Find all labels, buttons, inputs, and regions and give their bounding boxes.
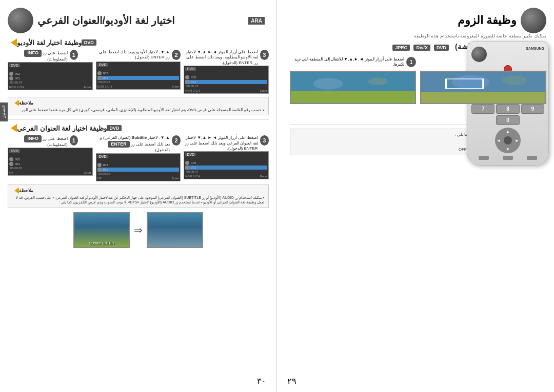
- jpeg-badge: JPEG: [392, 45, 410, 51]
- audio-note-text: • حسب رقم القائمة المسجلة على قرص DVD، ي…: [12, 108, 264, 112]
- subtitle-note: ملاحظة • يمكنك استخدام زر AUDIO (الأوديو…: [8, 184, 269, 209]
- speaker-icon-left: [8, 8, 33, 33]
- subtitle-screen-1: DVD 002 001 00:00:07 Off Enter: [8, 148, 93, 176]
- subtitle-note-label: ملاحظة: [19, 188, 33, 193]
- subtitle-step3-num: 3: [260, 135, 269, 146]
- zoom-step1-text: اضغط على أزرار الموئر ◄,►,▲,▼ للانتقال إ…: [290, 57, 404, 68]
- audio-section-title: وظيفة اختيار لغة الأوديو: [17, 39, 82, 47]
- subtitle-step-3: 3 اضغط على أزرار الموئر ◄,►,▲,▼ لاختيار …: [184, 135, 269, 179]
- subtitle-arrow-icon: ⇒: [134, 212, 143, 248]
- remote-speaker-icon: [471, 47, 487, 62]
- remote-misc-btn-3[interactable]: [527, 156, 537, 160]
- audio-screen-1: DVD 002 001 00:00:07 KOR 2 CH Enter: [8, 62, 93, 90]
- remote-nav-right[interactable]: ►: [515, 138, 519, 143]
- audio-section-header: DVD وظيفة اختيار لغة الأوديو: [8, 38, 269, 47]
- remote-nav-center[interactable]: [504, 136, 512, 145]
- subtitle-section-arrow: [11, 124, 17, 132]
- subtitle-preview-screens: Subtitle ENTER ⇒: [8, 212, 269, 248]
- audio-step-3: 3 اضغط على أزرار الموئر ◄,►,▲,▼ لاختيار …: [184, 50, 269, 94]
- zoom-photo-1: [290, 71, 416, 104]
- zoom-step1-num: 1: [406, 57, 416, 67]
- subtitle-note-text: • يمكنك استخدام زر AUDIO (الأوديو) أو زر…: [12, 195, 264, 205]
- audio-step2-num: 2: [172, 50, 181, 60]
- svg-point-2: [313, 78, 343, 90]
- audio-screen-2: DVD 002 001 00:00:07 KOR 2 CH Enter: [96, 61, 181, 90]
- remote-btn-8[interactable]: 8: [496, 104, 519, 114]
- audio-step3-text: اضغط على أزرار الموئر ◄,►,▲,▼ لاختيار لغ…: [184, 50, 258, 66]
- audio-step-2: 2 ▲,▼, لاختيار الأوديو ويعد ذلك اضغط على…: [96, 50, 181, 90]
- remote-misc-buttons: [471, 156, 544, 160]
- audio-step2-text: ▲,▼, لاختيار الأوديو ويعد ذلك اضغط على ز…: [96, 50, 170, 60]
- subtitle-note-icon: [14, 188, 19, 194]
- subtitle-section-title: وظيفة اختيار لغة العنوان الفرعي: [17, 125, 107, 132]
- subtitle-step1-num: 1: [70, 135, 78, 146]
- subtitle-screen-2: DVD 002 001 00:00:07 Off Enter: [96, 153, 181, 181]
- subtitle-step1-text: اضغط على زر INFO(المعلومات).: [23, 135, 68, 148]
- left-page: ARA اختيار لغة الأوديو/العنوان الفرعي ال…: [0, 0, 277, 392]
- left-page-number: ٣٠: [257, 376, 266, 386]
- svg-point-3: [368, 77, 388, 85]
- remote-btn-0[interactable]: 0: [496, 115, 519, 125]
- audio-step1-text: اضغط على زر INFO(المعلومات).: [23, 50, 68, 62]
- audio-steps-row: 3 اضغط على أزرار الموئر ◄,►,▲,▼ لاختيار …: [8, 50, 269, 94]
- audio-screen-3: DVD 002 001 00:00:07 KOR 2 CH Enter: [184, 66, 269, 94]
- subtitle-step-1: 1 اضغط على زر INFO(المعلومات). DVD 002 0…: [8, 135, 93, 176]
- audio-step3-num: 3: [260, 50, 269, 60]
- zoom-subtitle: يمكنك تكبير منطقة خاصة للصورة المعروضة ب…: [290, 33, 546, 38]
- subtitle-steps-row: 3 اضغط على أزرار الموئر ◄,►,▲,▼ لاختيار …: [8, 135, 269, 181]
- audio-note: ملاحظة • حسب رقم القائمة المسجلة على قرص…: [8, 97, 269, 115]
- svg-rect-1: [291, 91, 415, 103]
- remote-misc-btn-1[interactable]: [479, 156, 489, 160]
- subtitle-section-header: DVD وظيفة اختيار لغة العنوان الفرعي: [8, 124, 269, 132]
- audio-step-1: 1 اضغط على زر INFO(المعلومات). DVD 002 0…: [8, 50, 93, 90]
- playback-sidebar: التشغيل: [0, 102, 8, 121]
- left-page-title: اختيار لغة الأوديو/العنوان الفرعي: [37, 14, 175, 27]
- audio-dvd-badge: DVD: [82, 39, 96, 46]
- remote-nav-left[interactable]: ◄: [497, 138, 501, 143]
- remote-nav-down[interactable]: ▼: [506, 147, 510, 152]
- remote-misc-btn-2[interactable]: [503, 156, 513, 160]
- remote-btn-7[interactable]: 7: [471, 104, 494, 114]
- subtitle-screen-3: DVD 002 001 00:00:07 KOR 2 CH Enter: [184, 151, 269, 179]
- audio-note-label: ملاحظة: [19, 100, 33, 106]
- audio-section-arrow: [11, 38, 17, 47]
- zoom-photo-2: [420, 71, 546, 104]
- subtitle-screen-before: [147, 212, 203, 248]
- right-page-title: وظيفة الزوم: [458, 14, 517, 27]
- zoom-dvd-badge: DVD: [434, 45, 449, 51]
- svg-point-7: [502, 76, 526, 86]
- right-page: SAMSUNG TV AUX ENTER 1 2 3 4 5 6 7: [277, 0, 554, 392]
- subtitle-step2-num: 2: [172, 135, 181, 146]
- subtitle-step2-text: ▲,▼, لاختيار Subtitle (العنوان الفرعي) و…: [96, 135, 170, 153]
- audio-note-icon: [14, 100, 19, 106]
- audio-section: DVD وظيفة اختيار لغة الأوديو 3 اضغط على …: [8, 38, 269, 115]
- remote-brand: SAMSUNG: [526, 47, 544, 50]
- subtitle-step-2: 2 ▲,▼, لاختيار Subtitle (العنوان الفرعي)…: [96, 135, 181, 181]
- divx-badge: Div/X: [413, 45, 430, 51]
- zoom-step1-area: 1 اضغط على أزرار الموئر ◄,►,▲,▼ للانتقال…: [290, 57, 416, 104]
- remote-nav-pad: ▲ ▼ ◄ ►: [471, 128, 544, 153]
- subtitle-screen-after: Subtitle ENTER: [73, 212, 130, 248]
- subtitle-step3-text: اضغط على أزرار الموئر ◄,►,▲,▼ لاختيار لغ…: [184, 135, 258, 151]
- remote-nav-up[interactable]: ▲: [506, 129, 510, 134]
- subtitle-section: DVD وظيفة اختيار لغة العنوان الفرعي 3 اض…: [8, 124, 269, 181]
- ara-badge: ARA: [248, 17, 265, 25]
- right-page-number: ٢٩: [287, 376, 296, 386]
- speaker-icon-right: [521, 8, 546, 33]
- subtitle-dvd-badge: DVD: [107, 125, 122, 131]
- left-page-title-area: ARA اختيار لغة الأوديو/العنوان الفرعي: [8, 8, 269, 33]
- subtitle-overlay-text: Subtitle ENTER: [89, 241, 114, 245]
- svg-rect-5: [421, 92, 545, 103]
- remote-btn-9[interactable]: 9: [521, 104, 544, 114]
- audio-step1-num: 1: [70, 50, 78, 60]
